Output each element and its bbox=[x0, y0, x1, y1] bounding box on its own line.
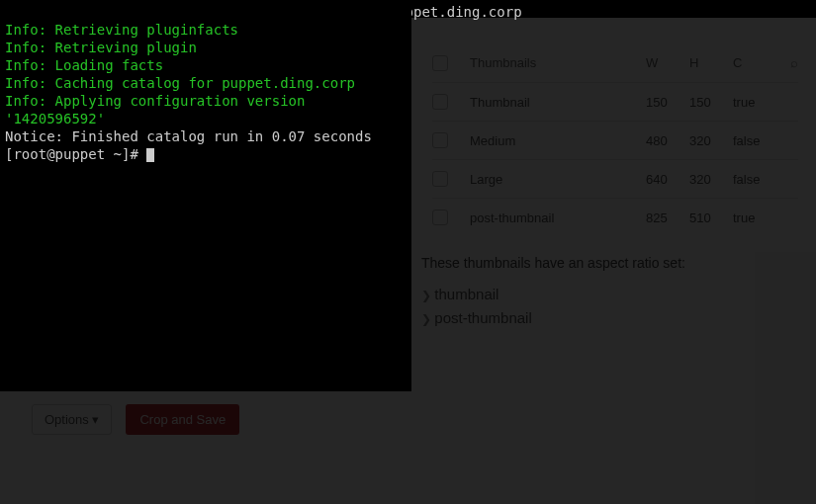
crop-save-button[interactable]: Crop and Save bbox=[126, 404, 239, 435]
search-icon[interactable]: ⌕ bbox=[776, 55, 798, 70]
col-w: W bbox=[646, 55, 689, 70]
prompt: [root@puppet ~]# bbox=[5, 146, 146, 162]
row-checkbox[interactable] bbox=[432, 171, 448, 187]
col-name: Thumbnails bbox=[470, 55, 646, 70]
aspect-item[interactable]: thumbnail bbox=[421, 283, 532, 306]
cell-c: false bbox=[733, 172, 776, 187]
table-row[interactable]: Thumbnail 150 150 true bbox=[432, 82, 798, 121]
cell-w: 825 bbox=[646, 210, 689, 225]
options-button[interactable]: Options ▾ bbox=[32, 404, 112, 435]
cell-h: 150 bbox=[689, 95, 733, 110]
terminal-line: Info: Retrieving plugin bbox=[5, 39, 407, 56]
row-checkbox[interactable] bbox=[432, 210, 448, 225]
cell-c: false bbox=[733, 133, 776, 148]
terminal-prompt-line: [root@puppet ~]# bbox=[5, 145, 407, 163]
aspect-ratio-heading: These thumbnails have an aspect ratio se… bbox=[421, 255, 685, 271]
table-row[interactable]: post-thumbnail 825 510 true bbox=[432, 198, 798, 236]
terminal-line: Info: Loading facts bbox=[5, 56, 407, 74]
cell-name: Thumbnail bbox=[470, 95, 646, 110]
terminal-window[interactable]: Info: Retrieving pluginfacts Info: Retri… bbox=[0, 0, 411, 391]
table-row[interactable]: Medium 480 320 false bbox=[432, 121, 798, 159]
terminal-line: Info: Caching catalog for puppet.ding.co… bbox=[5, 74, 407, 92]
thumbnails-table: Thumbnails W H C ⌕ Thumbnail 150 150 tru… bbox=[432, 43, 798, 236]
cell-c: true bbox=[733, 95, 776, 110]
terminal-line: Info: Retrieving pluginfacts bbox=[5, 21, 407, 39]
cell-w: 480 bbox=[646, 133, 689, 148]
cell-name: post-thumbnail bbox=[470, 210, 646, 225]
row-checkbox[interactable] bbox=[432, 94, 448, 110]
cell-w: 640 bbox=[646, 172, 689, 187]
terminal-line-notice: Notice: Finished catalog run in 0.07 sec… bbox=[5, 127, 407, 145]
cell-name: Large bbox=[470, 172, 646, 187]
cell-h: 320 bbox=[689, 133, 733, 148]
table-row[interactable]: Large 640 320 false bbox=[432, 159, 798, 198]
row-checkbox[interactable] bbox=[432, 132, 448, 148]
col-h: H bbox=[689, 55, 733, 70]
aspect-item[interactable]: post-thumbnail bbox=[421, 306, 532, 330]
aspect-ratio-list: thumbnail post-thumbnail bbox=[421, 283, 532, 330]
cell-w: 150 bbox=[646, 95, 689, 110]
cell-h: 510 bbox=[689, 210, 733, 225]
select-all-checkbox[interactable] bbox=[432, 55, 448, 71]
caret-down-icon: ▾ bbox=[92, 412, 99, 427]
cell-name: Medium bbox=[470, 133, 646, 148]
table-header-row: Thumbnails W H C ⌕ bbox=[432, 43, 798, 82]
cell-c: true bbox=[733, 210, 776, 225]
button-bar: Options ▾ Crop and Save bbox=[32, 404, 239, 435]
cell-h: 320 bbox=[689, 172, 733, 187]
terminal-line: Info: Applying configuration version '14… bbox=[5, 92, 407, 127]
col-c: C bbox=[733, 55, 776, 70]
cursor bbox=[146, 148, 154, 162]
